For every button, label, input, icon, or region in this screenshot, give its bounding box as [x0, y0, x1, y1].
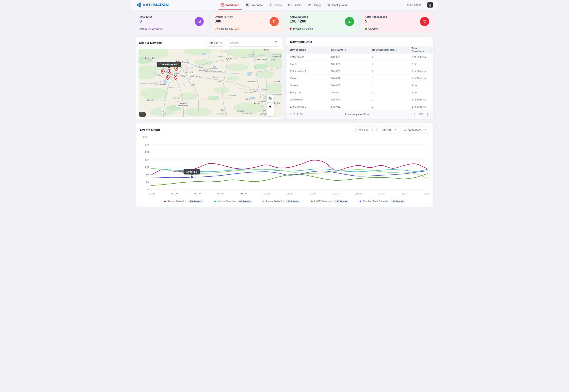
- table-cell: 1: [368, 77, 408, 80]
- top-navigation: KATOMARAN Dashboard Live View Ev: [131, 0, 438, 10]
- legend-label: Person Detection: [168, 200, 187, 203]
- table-row[interactable]: Gate 1Site 01111 hr 30 mins: [287, 75, 433, 82]
- map-pin-tooltip-label: Office Entry 001: [160, 63, 178, 66]
- map-place-label: Laguna Park: [270, 55, 281, 57]
- stat-footer-highlight: All Locations: [148, 28, 162, 30]
- map-place-label: Sterling City: [145, 57, 155, 59]
- table-row[interactable]: Gate 3Site 00712 hrs: [287, 82, 433, 89]
- nav-item-live-view[interactable]: Live View: [246, 0, 262, 10]
- legend-label: Number Plate Detection: [363, 200, 389, 203]
- map[interactable]: 6767838387277277195 Sterling CityWingate…: [138, 49, 282, 117]
- stat-card-active-devices[interactable]: Active Devices 190 / 200 10 Camera Offli…: [286, 12, 358, 33]
- brand-logo[interactable]: KATOMARAN: [136, 2, 169, 8]
- downtime-table-body: Entry deviceSite 00121 hr 30 minsExit 5S…: [287, 54, 433, 110]
- table-cell: Site 007: [327, 84, 368, 87]
- rows-per-page-select[interactable]: Rows per page: 50: [345, 113, 369, 116]
- table-row[interactable]: Office mainSite 00911 hr 30 mins: [287, 96, 433, 103]
- active-status-dot: [365, 28, 367, 30]
- column-header-device-name[interactable]: Device Name: [287, 48, 327, 51]
- legend-item-person-detection[interactable]: Person Detection100 Events: [164, 199, 204, 203]
- table-cell: Site 001: [327, 56, 368, 58]
- stat-title: Events in 24hrs: [215, 15, 279, 18]
- downtime-panel: Downtime Data Device Name Site Name No o…: [286, 37, 433, 120]
- svg-text:67: 67: [180, 67, 182, 69]
- nav-item-tickets[interactable]: Tickets: [288, 0, 301, 10]
- table-row[interactable]: Entry device 2Site 03111 hr 30 mins: [287, 103, 433, 110]
- table-row[interactable]: Entry hallSite 00252 hrs: [287, 89, 433, 96]
- site-filter-value: Site 001: [209, 42, 218, 44]
- column-header-site-name[interactable]: Site Name: [327, 48, 368, 51]
- map-place-label: Florence: [259, 100, 266, 102]
- applications-monitor-icon: [420, 17, 429, 26]
- stat-value: 8: [139, 19, 204, 24]
- site-filter-select[interactable]: Site 001: [206, 39, 225, 47]
- stat-card-total-sites[interactable]: Total Sites 8 Across All Locations: [136, 12, 208, 33]
- highlighted-data-point[interactable]: [190, 176, 193, 178]
- prev-page-button[interactable]: [411, 112, 417, 117]
- x-axis-tick-label: 18:00: [355, 192, 361, 195]
- legend-label: Motion Detection: [218, 200, 236, 203]
- table-cell: 1: [368, 105, 408, 108]
- chevron-down-icon: [394, 129, 396, 131]
- legend-label: LNPR Detection: [314, 200, 332, 203]
- map-place-label: Knickerbocker: [154, 83, 166, 85]
- events-line-chart[interactable]: 200+1751501251005025012:0002:0004:0006:0…: [140, 135, 429, 199]
- nav-item-configuration[interactable]: Configuration: [328, 0, 348, 10]
- stat-footer-text: Across: [139, 28, 147, 30]
- crosshair-icon: [268, 96, 272, 100]
- map-place-label: Rockwood: [204, 71, 212, 73]
- table-cell: 5: [368, 63, 408, 66]
- column-header-disconnects[interactable]: No of Disconnects: [368, 48, 408, 51]
- nav-item-library[interactable]: Library: [308, 0, 321, 10]
- map-zoom-out-button[interactable]: −: [266, 110, 274, 116]
- x-axis-tick-label: 04:00: [194, 192, 201, 195]
- nav-item-dashboard[interactable]: Dashboard: [221, 0, 239, 10]
- stat-cards: Total Sites 8 Across All Locations Event…: [131, 10, 438, 33]
- table-cell: 1 hr 30 mins: [408, 105, 433, 108]
- column-header-total-downtime[interactable]: Total Downtime: [408, 47, 433, 53]
- table-row[interactable]: Exit 5Site 03352 hrs: [287, 61, 433, 68]
- table-cell: 1: [368, 98, 408, 101]
- legend-item-lnpr-detection[interactable]: LNPR Detection100 Events: [311, 199, 349, 203]
- main-nav: Dashboard Live View Events Tickets: [221, 0, 348, 10]
- application-filter[interactable]: All Applications: [401, 126, 429, 133]
- site-filter[interactable]: Site 001: [379, 126, 399, 133]
- map-zoom-in-button[interactable]: +: [266, 103, 274, 110]
- search-icon[interactable]: [275, 41, 278, 44]
- stat-card-total-applications[interactable]: Total Applications 5 All Active: [362, 12, 433, 33]
- user-avatar[interactable]: [427, 2, 433, 8]
- map-place-label: Burnet: [246, 98, 251, 100]
- x-axis-tick-label: 16:00: [332, 192, 338, 195]
- stat-title: Total Applications: [365, 15, 430, 18]
- map-place-label: Marble Falls: [242, 112, 253, 114]
- highway-shield: 277: [160, 109, 165, 111]
- map-satellite-thumbnail[interactable]: [138, 112, 146, 117]
- legend-item-motion-detection[interactable]: Motion Detection80 Events: [214, 199, 252, 203]
- table-row[interactable]: Entry device 1Site 00371 hr 30 mins: [287, 68, 433, 75]
- nav-item-events[interactable]: Events: [269, 0, 281, 10]
- stat-footer-text: Increased by: [219, 28, 233, 30]
- map-canvas[interactable]: 6767838387277277195 Sterling CityWingate…: [138, 49, 282, 117]
- search-input[interactable]: [227, 39, 280, 47]
- chevron-down-icon: [367, 114, 369, 115]
- map-place-label: Wingate: [221, 50, 228, 52]
- monitor-check-icon: [345, 17, 354, 26]
- locate-button[interactable]: [266, 95, 274, 102]
- next-page-button[interactable]: [425, 112, 431, 117]
- highway-shield: 83: [187, 66, 190, 69]
- legend-item-animal-detection[interactable]: Animal Detection20 Events: [262, 199, 300, 203]
- map-place-label: Millersview: [191, 75, 201, 77]
- stat-card-events[interactable]: Events in 24hrs 300 Increased by 10%: [211, 12, 283, 33]
- office-selector[interactable]: Main Office: [407, 3, 422, 7]
- page-indicator: 1/10: [419, 113, 423, 116]
- time-range-filter[interactable]: 24 hours: [355, 126, 377, 133]
- table-row[interactable]: Entry deviceSite 00121 hr 30 mins: [287, 54, 433, 61]
- x-axis-tick-label: 24:00: [424, 192, 429, 195]
- trend-up-icon: [215, 28, 218, 30]
- x-axis-tick-label: 12:00: [148, 192, 155, 195]
- downtime-table-header: Device Name Site Name No of Disconnects …: [287, 46, 433, 54]
- legend-item-number-plate-detection[interactable]: Number Plate Detection60 Events: [360, 199, 405, 203]
- table-cell: Exit 5: [287, 63, 327, 66]
- map-place-label: Clifton: [270, 58, 276, 60]
- y-axis-tick-label: 175: [145, 143, 149, 146]
